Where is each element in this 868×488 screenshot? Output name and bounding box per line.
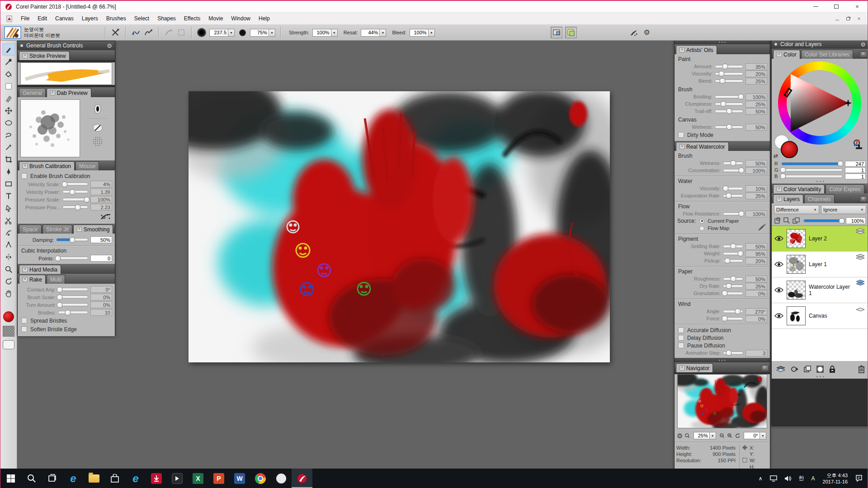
slider-thumb[interactable] — [57, 294, 62, 300]
slider-thumb[interactable] — [780, 167, 786, 173]
tab-dab-preview[interactable]: Dab Preview — [47, 88, 91, 97]
tab-stroke-jitter[interactable]: Stroke Jit — [42, 225, 72, 234]
navigator-settings-icon[interactable]: ⚙ — [677, 432, 683, 439]
tab-color-expression[interactable]: Color Expres — [826, 184, 864, 193]
layer-visibility-icon[interactable] — [774, 313, 783, 319]
resat-value[interactable]: 44% — [361, 29, 380, 37]
contact-angle-value[interactable]: 0° — [90, 286, 112, 293]
slider-thumb[interactable] — [726, 124, 732, 130]
points-value[interactable]: 0 — [90, 255, 112, 262]
freehand-strokes-icon[interactable] — [130, 27, 141, 38]
layer-adjuster-tool[interactable] — [2, 104, 15, 117]
slider-thumb[interactable] — [62, 181, 68, 187]
tab-close-icon[interactable] — [777, 187, 782, 192]
velocity-power-slider[interactable] — [62, 190, 88, 193]
paper-selector-icon[interactable] — [176, 27, 187, 38]
menu-shapes[interactable]: Shapes — [153, 13, 180, 24]
download-app-icon[interactable] — [146, 469, 167, 488]
pause-diffusion-checkbox[interactable] — [678, 343, 684, 348]
red-slider[interactable] — [781, 162, 843, 165]
slider-thumb[interactable] — [738, 94, 744, 100]
new-mask-icon[interactable] — [816, 365, 824, 373]
tab-color-set-libraries[interactable]: Color Set Libraries — [801, 50, 853, 59]
menu-edit[interactable]: Edit — [33, 13, 51, 24]
viscosity-value[interactable]: 20% — [745, 70, 767, 77]
task-view-icon[interactable] — [42, 469, 63, 488]
oval-select-tool[interactable] — [2, 117, 15, 129]
maximize-button[interactable] — [826, 1, 847, 12]
tab-close-icon[interactable] — [23, 164, 28, 169]
ao-wetness-value[interactable]: 50% — [745, 124, 767, 131]
tab-multi[interactable]: Multi — [47, 275, 65, 284]
flow-resistance-slider[interactable] — [723, 212, 743, 216]
layer-visibility-icon[interactable] — [774, 287, 783, 293]
tab-smoothing[interactable]: Smoothing — [73, 225, 113, 234]
dab-shape-icon[interactable] — [93, 103, 103, 115]
force-value[interactable]: 0% — [745, 315, 767, 322]
menu-window[interactable]: Window — [227, 13, 255, 24]
navigator-menu-icon[interactable] — [761, 365, 769, 371]
contact-angle-slider[interactable] — [58, 288, 88, 291]
slider-thumb[interactable] — [738, 211, 744, 217]
animation-step-value[interactable]: 3 — [745, 350, 767, 357]
tab-close-icon[interactable] — [23, 53, 28, 58]
soften-bristle-edge-checkbox[interactable] — [21, 326, 27, 332]
layer-visibility-icon[interactable] — [774, 262, 783, 267]
pressure-scale-slider[interactable] — [62, 198, 88, 201]
sv-selector-crosshair[interactable] — [845, 100, 851, 106]
paper-color-swatch[interactable] — [2, 80, 15, 92]
corel-painter-taskbar-icon[interactable] — [292, 469, 312, 488]
bleed-dropdown[interactable] — [429, 29, 435, 37]
photos-app-icon[interactable] — [271, 469, 292, 488]
velocity-scale-slider[interactable] — [62, 183, 88, 186]
tab-color[interactable]: Color — [773, 50, 800, 59]
tray-display-icon[interactable] — [767, 469, 780, 488]
velocity-power-value[interactable]: 1.39 — [90, 188, 112, 195]
tab-close-icon[interactable] — [679, 47, 684, 52]
menu-movie[interactable]: Movie — [204, 13, 227, 24]
slider-thumb[interactable] — [730, 244, 736, 249]
calibration-stroke-icon[interactable] — [100, 212, 111, 221]
clone-color-icon[interactable] — [163, 27, 174, 38]
slider-thumb[interactable] — [738, 168, 744, 174]
tab-artists-oils[interactable]: Artists' Oils — [676, 45, 717, 54]
bristling-value[interactable]: 100% — [745, 94, 767, 100]
pressure-power-value[interactable]: 2.23 — [90, 204, 112, 211]
slider-thumb[interactable] — [84, 197, 90, 202]
delete-layer-icon[interactable] — [858, 365, 865, 373]
layer-row-layer1[interactable]: Layer 1 — [772, 252, 868, 277]
preserve-transparency-icon[interactable] — [774, 217, 782, 224]
roughness-slider[interactable] — [723, 277, 743, 281]
internet-explorer-icon[interactable]: e — [125, 469, 146, 488]
bristling-slider[interactable] — [715, 95, 743, 99]
flow-map-brush-icon[interactable] — [757, 222, 767, 231]
pressure-scale-value[interactable]: 100% — [90, 196, 112, 203]
advanced-brush-controls-icon[interactable] — [629, 27, 640, 38]
mirror-painting-tool[interactable] — [2, 251, 15, 263]
tab-general[interactable]: General — [19, 88, 46, 97]
current-paper-radio[interactable] — [699, 219, 704, 224]
navigator-rotation-dropdown[interactable] — [760, 432, 766, 440]
clone-color-stamp-icon[interactable] — [852, 139, 864, 151]
quick-clone-icon[interactable] — [551, 27, 562, 38]
ime-korean-indicator[interactable]: 한 — [796, 469, 807, 488]
slider-thumb[interactable] — [720, 101, 726, 107]
layer-opacity-slider[interactable] — [803, 219, 844, 222]
slider-thumb[interactable] — [720, 78, 726, 84]
tab-spacing[interactable]: Spacir — [19, 225, 42, 234]
layer-link-icon[interactable] — [793, 217, 800, 224]
bristles-slider[interactable] — [58, 311, 88, 314]
microsoft-store-icon[interactable] — [104, 469, 125, 488]
amount-value[interactable]: 35% — [745, 63, 767, 70]
color-layers-gear-icon[interactable]: ⚙ — [860, 41, 866, 48]
dab-pattern-icon[interactable] — [93, 136, 103, 146]
pen-tool[interactable] — [2, 165, 15, 178]
red-value[interactable]: 247 — [845, 161, 866, 167]
color-panel-menu-icon[interactable] — [860, 52, 867, 57]
spread-bristles-checkbox[interactable] — [21, 318, 27, 324]
edge-browser-icon[interactable]: e — [63, 469, 84, 488]
tab-layers[interactable]: Layers — [773, 194, 803, 203]
slider-thumb[interactable] — [730, 160, 736, 166]
tray-volume-icon[interactable] — [781, 469, 795, 488]
layer-depth-mode-select[interactable]: Ignore▼ — [821, 205, 866, 214]
